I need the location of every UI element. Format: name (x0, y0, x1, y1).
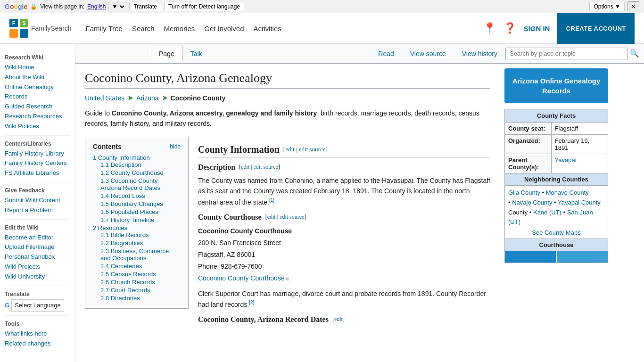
toc-link-1-6[interactable]: 1.6 Populated Places (100, 208, 158, 215)
sidebar-item-related-changes[interactable]: Related changes (5, 339, 70, 349)
toc-link-2-4[interactable]: 2.4 Cemeteries (100, 263, 142, 270)
sidebar-item-research-resources[interactable]: Research Resources (5, 112, 70, 122)
neighboring-kane[interactable]: Kane (UT) (533, 209, 561, 216)
breadcrumb-arrow-1: ➤ (127, 93, 133, 102)
neighboring-navajo[interactable]: Navajo County (512, 199, 552, 206)
toc-link-2-3[interactable]: 2.3 Business, Commerce, and Occupations (100, 247, 171, 262)
toc-link-1[interactable]: 1 1County Information (93, 154, 150, 161)
nav-get-involved[interactable]: Get Involved (204, 23, 244, 34)
tab-read[interactable]: Read (370, 46, 402, 61)
svg-rect-3 (20, 29, 28, 38)
toc-link-2-1[interactable]: 2.1 Bible Records (100, 231, 149, 239)
toc-link-2-5[interactable]: 2.5 Census Records (100, 271, 156, 278)
sidebar-item-about-wiki[interactable]: About the Wiki (5, 73, 70, 82)
toc-link-2-2[interactable]: 2.2 Biographies (100, 239, 143, 247)
give-feedback-title: Give Feedback (5, 187, 70, 194)
contents-header: Contents hide (93, 143, 181, 150)
language-select[interactable]: ▼ (108, 2, 126, 11)
courthouse-edit-source-link[interactable]: edit source (280, 214, 304, 220)
location-icon[interactable]: 📍 (483, 22, 496, 34)
description-edit-link[interactable]: edit (241, 164, 249, 170)
sidebar-item-wiki-projects[interactable]: Wiki Projects (5, 262, 70, 272)
toc-link-2-7[interactable]: 2.7 Court Records (100, 287, 150, 294)
neighboring-yavapai[interactable]: Yavapai County (558, 199, 601, 206)
translate-button[interactable]: Translate (129, 2, 161, 11)
turn-off-button[interactable]: Turn off for: Detect language (164, 2, 244, 11)
sign-in-button[interactable]: SIGN IN (524, 25, 550, 33)
breadcrumb-us[interactable]: United States (85, 94, 124, 102)
courthouse-image-cell (505, 251, 608, 263)
sidebar-item-wiki-policies[interactable]: Wiki Policies (5, 122, 70, 132)
right-sidebar: Arizona Online Genealogy Records County … (500, 64, 613, 362)
language-link[interactable]: English (87, 3, 106, 10)
neighboring-mohave[interactable]: Mohave County (546, 189, 589, 196)
neighboring-counties-header: Neighboring Counties (505, 173, 608, 186)
sidebar-item-wiki-university[interactable]: Wiki University (5, 272, 70, 282)
sidebar-item-become-editor[interactable]: Become an Editor (5, 233, 70, 243)
sidebar-item-wiki-home[interactable]: Wiki Home (5, 63, 70, 73)
nav-search[interactable]: Search (132, 23, 155, 34)
description-section-title: Description [edit | edit source] (198, 163, 490, 172)
search-button[interactable]: 🔍 (630, 49, 639, 58)
sidebar-item-what-links[interactable]: What links here (5, 329, 70, 339)
sidebar-item-upload-file[interactable]: Upload File/Image (5, 242, 70, 252)
sidebar-item-online-records[interactable]: Online Genealogy Records (5, 82, 70, 102)
courthouse-edit-link[interactable]: edit (267, 214, 276, 220)
toc-item-2-3: 2.3 Business, Commerce, and Occupations (93, 247, 181, 262)
toc-item-1-6: 1.6 Populated Places (93, 208, 181, 215)
translate-close-button[interactable]: ✕ (627, 1, 639, 11)
az-genealogy-button[interactable]: Arizona Online Genealogy Records (504, 68, 608, 103)
toc-link-2[interactable]: 2 Resources (93, 224, 127, 231)
tab-page[interactable]: Page (151, 46, 182, 62)
organized-value: February 19, 1891 (551, 135, 608, 154)
nav-family-tree[interactable]: Family Tree (86, 23, 123, 34)
contents-hide-link[interactable]: hide (170, 143, 181, 150)
parent-county-link[interactable]: Yavapai (555, 156, 577, 164)
county-info-edit-link[interactable]: edit (285, 146, 295, 153)
sidebar-item-guided-research[interactable]: Guided Research (5, 102, 70, 112)
create-account-button[interactable]: CREATE ACCOUNT (557, 13, 635, 44)
sidebar-select-language[interactable]: Select Language (11, 299, 64, 312)
description-edit-source-link[interactable]: edit source (254, 164, 278, 170)
nav-memories[interactable]: Memories (164, 23, 195, 34)
county-seat-value: Flagstaff (551, 123, 608, 135)
toc-sublist-1: 1.1 Description 1.2 County Courthouse 1.… (93, 161, 181, 223)
options-button[interactable]: Options ▼ (589, 2, 625, 11)
tab-talk[interactable]: Talk (182, 46, 210, 61)
sidebar-item-personal-sandbox[interactable]: Personal Sandbox (5, 252, 70, 262)
neighboring-gila[interactable]: Gila County (508, 189, 540, 196)
toc-item-2-6: 2.6 Church Records (93, 279, 181, 286)
toc-link-1-7[interactable]: 1.7 History Timeline (100, 216, 154, 223)
sidebar-item-submit-content[interactable]: Submit Wiki Content (5, 196, 70, 206)
tab-view-history[interactable]: View history (454, 46, 505, 61)
logo-link[interactable]: F S FamilySearch (9, 19, 72, 38)
toc-link-1-2[interactable]: 1.2 County Courthouse (100, 169, 164, 176)
toc-link-2-6[interactable]: 2.6 Church Records (100, 279, 155, 286)
description-text: The County was named from Cohonino, a na… (198, 175, 490, 207)
courthouse-link[interactable]: Coconino County Courthouse (198, 274, 289, 282)
breadcrumb-arizona[interactable]: Arizona (136, 94, 158, 102)
toc-link-1-1[interactable]: 1.1 Description (100, 161, 141, 168)
courthouse-address: Coconino County Courthouse 200 N. San Fr… (198, 225, 490, 285)
help-icon[interactable]: ❓ (504, 22, 516, 34)
contents-title: Contents (93, 143, 122, 150)
toc-link-1-5[interactable]: 1.5 Boundary Changes (100, 200, 163, 207)
record-dates-edit-link[interactable]: edit (334, 316, 343, 322)
see-county-maps-link[interactable]: See County Maps (508, 229, 604, 236)
sidebar-item-fs-affiliate[interactable]: FS Affiliate Libraries (5, 168, 70, 178)
tab-view-source[interactable]: View source (402, 46, 454, 61)
search-input[interactable] (505, 48, 628, 59)
sidebar-item-family-history-library[interactable]: Family History Library (5, 149, 70, 159)
county-info-edit-source-link[interactable]: edit source (299, 146, 326, 153)
toc-link-1-4[interactable]: 1.4 Record Loss (100, 192, 145, 199)
sidebar-item-family-history-centers[interactable]: Family History Centers (5, 158, 70, 168)
sidebar-item-report-problem[interactable]: Report a Problem (5, 206, 70, 215)
view-in-label: View this page in: (40, 3, 84, 10)
tools-title: Tools (5, 321, 70, 327)
toc-link-2-8[interactable]: 2.8 Directories (100, 295, 140, 302)
toc-link-1-3[interactable]: 1.3 Coconino County, Arizona Record Date… (100, 177, 160, 191)
breadcrumb-arrow-2: ➤ (162, 93, 168, 102)
research-wiki-title: Research Wiki (5, 54, 70, 61)
nav-activities[interactable]: Activities (254, 23, 281, 34)
toc-item-2-5: 2.5 Census Records (93, 271, 181, 278)
